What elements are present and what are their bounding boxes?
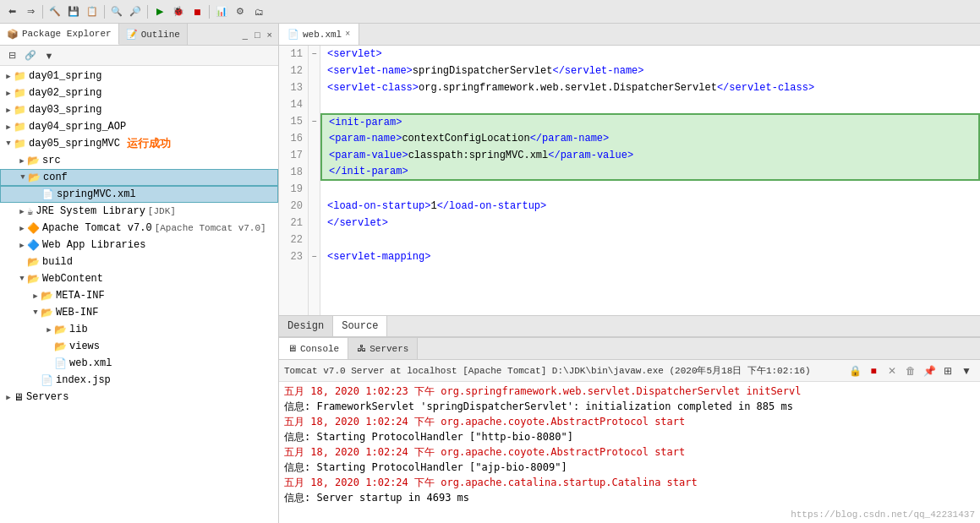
tree-icon-2: 📁	[14, 104, 26, 117]
tree-badge-8: [JDK]	[148, 206, 176, 216]
toolbar-btn-8[interactable]: 📊	[213, 3, 230, 20]
tree-item-8[interactable]: ▶☕JRE System Library [JDK]	[0, 203, 278, 220]
tree-label-11: build	[42, 256, 73, 268]
fold-btn-18	[309, 164, 320, 181]
tree-label-14: WEB-INF	[56, 307, 98, 319]
line-num-22: 22	[279, 232, 308, 248]
tree-item-18[interactable]: 📄index.jsp	[0, 372, 278, 389]
console-tab-label: Console	[300, 344, 339, 354]
code-content[interactable]: <servlet> <servlet-name>springDispatcher…	[320, 46, 980, 315]
tree-label-15: lib	[69, 324, 88, 335]
toolbar-btn-6[interactable]: 🔍	[108, 3, 125, 20]
servers-icon: 🖧	[357, 343, 366, 354]
fold-btn-16	[309, 130, 320, 147]
stop-btn[interactable]: ⏹	[189, 3, 205, 20]
tree-item-6[interactable]: ▼📂conf	[0, 169, 278, 186]
fold-btn-11[interactable]: −	[309, 46, 320, 63]
run-btn[interactable]: ▶	[151, 3, 168, 20]
tree-item-7[interactable]: 📄springMVC.xml	[0, 186, 278, 203]
tree-arrow-13: ▶	[30, 291, 41, 301]
clear-console-btn[interactable]: 🗑	[902, 362, 919, 379]
code-line-16: <param-name>contextConfigLocation</param…	[320, 130, 980, 147]
tree-icon-16: 📂	[54, 340, 67, 353]
tree-item-3[interactable]: ▶📁day04_spring_AOP	[0, 118, 278, 135]
toolbar-btn-2[interactable]: ⇒	[22, 3, 39, 20]
debug-btn[interactable]: 🐞	[170, 3, 187, 20]
tree-item-2[interactable]: ▶📁day03_spring	[0, 101, 278, 118]
console-view-btn[interactable]: ⊞	[939, 362, 956, 379]
tree-item-11[interactable]: 📂build	[0, 253, 278, 270]
fold-btn-12	[309, 63, 320, 79]
design-tab-label: Design	[287, 320, 324, 332]
console-toolbar-left: Tomcat v7.0 Server at localhost [Apache …	[284, 364, 811, 377]
minimize-btn[interactable]: _	[240, 29, 250, 41]
tree-arrow-12: ▼	[17, 275, 27, 283]
tree-icon-14: 📂	[41, 307, 53, 319]
line-num-15: 15	[279, 113, 308, 130]
tree-item-17[interactable]: 📄web.xml	[0, 355, 278, 372]
tab-outline[interactable]: 📝 Outline	[119, 24, 188, 45]
tree-icon-7: 📄	[41, 188, 54, 201]
toolbar-btn-3[interactable]: 🔨	[47, 3, 63, 20]
fold-btn-15[interactable]: −	[309, 113, 320, 130]
link-btn[interactable]: 🔗	[22, 47, 39, 64]
code-line-17: <param-value>classpath:springMVC.xml</pa…	[320, 147, 980, 164]
run-success-label: 运行成功	[127, 136, 171, 151]
left-toolbar: ⊟ 🔗 ▼	[0, 46, 278, 66]
tab-design[interactable]: Design	[279, 316, 333, 336]
tree-arrow-10: ▶	[17, 241, 27, 250]
code-line-22	[320, 232, 980, 248]
editor-tab-close[interactable]: ×	[345, 30, 350, 39]
tree-icon-1: 📁	[14, 87, 26, 100]
toolbar-sep-2	[104, 5, 105, 19]
tree-item-15[interactable]: ▶📂lib	[0, 321, 278, 338]
scroll-lock-btn[interactable]: 🔒	[846, 362, 863, 379]
collapse-all-btn[interactable]: ⊟	[3, 47, 20, 64]
remove-all-btn[interactable]: ✕	[884, 362, 901, 379]
line-num-12: 12	[279, 63, 308, 79]
view-menu-btn[interactable]: ▼	[41, 47, 57, 64]
toolbar-btn-7[interactable]: 🔎	[127, 3, 144, 20]
tree-icon-17: 📄	[54, 357, 67, 370]
console-area: 🖥 Console 🖧 Servers Tomcat v7.0 Server a…	[279, 337, 980, 523]
tree-item-16[interactable]: 📂views	[0, 338, 278, 355]
tree-icon-15: 📂	[54, 324, 67, 336]
tree-item-10[interactable]: ▶🔷Web App Libraries	[0, 237, 278, 253]
tree-item-19[interactable]: ▶🖥Servers	[0, 389, 278, 406]
tree-item-12[interactable]: ▼📂WebContent	[0, 270, 278, 287]
console-tab-console[interactable]: 🖥 Console	[279, 338, 348, 359]
toolbar-btn-1[interactable]: ⬅	[3, 3, 20, 20]
tree-label-6: conf	[43, 172, 68, 183]
tree-arrow-5: ▶	[17, 156, 27, 166]
editor-tab-webxml[interactable]: 📄 web.xml ×	[279, 24, 359, 45]
tree-item-1[interactable]: ▶📁day02_spring	[0, 84, 278, 101]
fold-btn-23[interactable]: −	[309, 248, 320, 265]
tree-item-0[interactable]: ▶📁day01_spring	[0, 68, 278, 84]
tab-package-explorer[interactable]: 📦 Package Explorer	[0, 24, 119, 45]
package-explorer-label: Package Explorer	[22, 29, 112, 39]
toolbar-btn-4[interactable]: 💾	[65, 3, 82, 20]
tree-arrow-0: ▶	[3, 72, 14, 81]
pin-btn[interactable]: 📌	[921, 362, 938, 379]
tree-item-13[interactable]: ▶📂META-INF	[0, 287, 278, 304]
toolbar-btn-10[interactable]: 🗂	[250, 3, 267, 20]
tree-label-4: day05_springMVC	[29, 138, 120, 150]
tree-item-5[interactable]: ▶📂src	[0, 152, 278, 169]
fold-btn-21	[309, 215, 320, 232]
toolbar-btn-9[interactable]: ⚙	[232, 3, 249, 20]
close-panel-btn[interactable]: ×	[265, 29, 275, 41]
console-line-3: 信息: Starting ProtocolHandler ["http-bio-…	[284, 429, 975, 444]
tree-label-16: views	[69, 340, 100, 352]
tree-label-12: WebContent	[42, 273, 103, 285]
tree-icon-4: 📁	[14, 138, 26, 150]
maximize-btn[interactable]: □	[252, 29, 263, 41]
tree-item-4[interactable]: ▼📁day05_springMVC运行成功	[0, 135, 278, 152]
console-menu-btn[interactable]: ▼	[958, 362, 975, 379]
code-line-21: </servlet>	[320, 215, 980, 232]
console-tab-servers[interactable]: 🖧 Servers	[348, 338, 418, 359]
tab-source[interactable]: Source	[333, 316, 387, 336]
toolbar-btn-5[interactable]: 📋	[84, 3, 101, 20]
terminate-btn[interactable]: ■	[865, 362, 882, 379]
tree-item-9[interactable]: ▶🔶Apache Tomcat v7.0 [Apache Tomcat v7.0…	[0, 220, 278, 237]
tree-item-14[interactable]: ▼📂WEB-INF	[0, 304, 278, 321]
